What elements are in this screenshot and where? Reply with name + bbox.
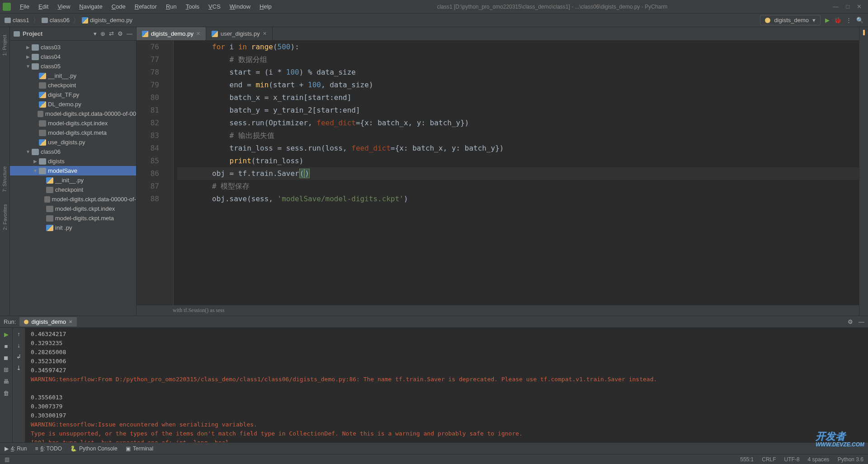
run-output[interactable]: 0.463242170.32932350.282650080.352310060…: [25, 328, 868, 442]
chevron-down-icon[interactable]: ▾: [94, 30, 97, 37]
run-tool-header: Run: digists_demo ✕ ⚙ —: [0, 316, 868, 328]
stop-button[interactable]: ■: [3, 342, 10, 350]
code-editor[interactable]: 76777879808182838485868788 for i in rang…: [137, 41, 859, 305]
run-bottom-tab[interactable]: ▶ 4: Run: [5, 445, 27, 452]
menu-refactor[interactable]: Refactor: [131, 1, 160, 12]
tree-item[interactable]: model-digits.ckpt.meta: [10, 128, 136, 137]
breadcrumb-item[interactable]: class06〉: [42, 16, 79, 24]
locate-icon[interactable]: ⊕: [100, 30, 105, 37]
chevron-down-icon: ▾: [812, 17, 816, 24]
indent-status[interactable]: 4 spaces: [808, 456, 830, 463]
tree-item[interactable]: DL_demo.py: [10, 99, 136, 109]
title-bar: FileEditViewNavigateCodeRefactorRunTools…: [0, 0, 868, 14]
tree-item[interactable]: model-digits.ckpt.meta: [10, 213, 136, 223]
run-tab[interactable]: digists_demo ✕: [19, 317, 77, 327]
project-panel-header: Project ▾ ⊕ ⇄ ⚙ —: [10, 27, 136, 41]
run-hide-icon[interactable]: —: [859, 318, 864, 325]
settings-icon[interactable]: ⚙: [118, 30, 123, 37]
editor-tabs: digists_demo.py✕user_digists.py✕: [137, 27, 859, 41]
tree-item[interactable]: model-digits.ckpt.data-00000-of-00: [10, 109, 136, 118]
navigation-bar: class1〉class06〉digists_demo.py digists_d…: [0, 14, 868, 27]
favorites-tool-tab[interactable]: 2: Favorites: [2, 204, 8, 230]
window-title: class1 [D:\python_pro_omo220315\class_de…: [275, 4, 829, 10]
tree-item[interactable]: ▶class03: [10, 43, 136, 52]
menu-navigate[interactable]: Navigate: [75, 1, 106, 12]
search-everywhere-button[interactable]: 🔍: [856, 17, 863, 24]
run-config-icon: [765, 18, 770, 23]
fold-gutter[interactable]: [168, 41, 174, 305]
context-breadcrumb: with tf.Session() as sess: [137, 305, 859, 316]
run-config-selector[interactable]: digists_demo ▾: [760, 15, 821, 25]
line-gutter: 76777879808182838485868788: [137, 41, 168, 305]
close-button[interactable]: ✕: [857, 3, 862, 10]
run-actions-bar: ▶ ■ ⏹ ⊞ 🖶 🗑: [0, 328, 13, 442]
collapse-icon[interactable]: ⇄: [109, 30, 114, 37]
tree-item[interactable]: model-digits.ckpt.data-00000-of-: [10, 194, 136, 204]
tree-item[interactable]: ▼class06: [10, 147, 136, 156]
editor-tab[interactable]: digists_demo.py✕: [137, 27, 206, 40]
more-actions-button[interactable]: ⋮: [846, 17, 852, 24]
scroll-up-icon[interactable]: ↑: [17, 331, 20, 337]
exit-button[interactable]: ⏹: [3, 354, 10, 361]
menu-run[interactable]: Run: [162, 1, 180, 12]
project-tree[interactable]: ▶class03▶class04▼class05__init__.pycheck…: [10, 41, 136, 316]
hide-icon[interactable]: —: [127, 30, 132, 37]
tree-item[interactable]: init .py: [10, 223, 136, 232]
close-icon[interactable]: ✕: [69, 319, 72, 324]
delete-button[interactable]: 🗑: [3, 389, 10, 397]
menu-edit[interactable]: Edit: [35, 1, 52, 12]
layout-button[interactable]: ⊞: [3, 366, 10, 373]
soft-wrap-icon[interactable]: ↲: [16, 353, 21, 360]
run-settings-icon[interactable]: ⚙: [848, 318, 853, 325]
project-panel: Project ▾ ⊕ ⇄ ⚙ — ▶class03▶class04▼class…: [10, 27, 137, 316]
line-separator[interactable]: CRLF: [762, 456, 776, 463]
tree-item[interactable]: use_digists.py: [10, 137, 136, 147]
breadcrumb: class1〉class06〉digists_demo.py: [5, 16, 132, 24]
interpreter-status[interactable]: Python 3.6: [838, 456, 863, 463]
print-button[interactable]: 🖶: [3, 378, 10, 385]
structure-tool-tab[interactable]: 7: Structure: [2, 166, 8, 192]
tree-item[interactable]: model-digits.ckpt.index: [10, 118, 136, 128]
menu-file[interactable]: File: [16, 1, 33, 12]
tree-item[interactable]: ▼modelSave: [10, 166, 136, 175]
maximize-button[interactable]: □: [846, 3, 849, 10]
tree-item[interactable]: checkpoint: [10, 80, 136, 90]
file-encoding[interactable]: UTF-8: [784, 456, 800, 463]
scroll-to-end-icon[interactable]: ⤓: [16, 365, 21, 371]
tree-item[interactable]: ▶digists: [10, 156, 136, 166]
menu-vcs[interactable]: VCS: [205, 1, 224, 12]
breadcrumb-item[interactable]: digists_demo.py: [82, 17, 132, 24]
breadcrumb-item[interactable]: class1〉: [5, 16, 39, 24]
app-logo-icon: [3, 3, 11, 11]
tree-item[interactable]: digist_TF.py: [10, 90, 136, 99]
caret-position[interactable]: 555:1: [740, 456, 754, 463]
tree-item[interactable]: ▶class04: [10, 52, 136, 62]
tree-item[interactable]: __init__.py: [10, 71, 136, 80]
menu-tools[interactable]: Tools: [182, 1, 203, 12]
menu-help[interactable]: Help: [256, 1, 275, 12]
error-stripe[interactable]: [859, 27, 868, 316]
run-tab-icon: [24, 320, 28, 324]
project-panel-title: Project: [23, 30, 92, 37]
tree-item[interactable]: checkpoint: [10, 185, 136, 194]
python-console-tab[interactable]: 🐍 Python Console: [70, 445, 118, 452]
project-tool-tab[interactable]: 1: Project: [2, 35, 8, 56]
menu-code[interactable]: Code: [108, 1, 129, 12]
tree-item[interactable]: __init__.py: [10, 175, 136, 185]
rerun-button[interactable]: ▶: [3, 331, 10, 338]
tree-item[interactable]: ▼class05: [10, 62, 136, 71]
terminal-tab[interactable]: ▣ Terminal: [126, 445, 153, 452]
editor-tab[interactable]: user_digists.py✕: [206, 27, 273, 40]
code-content[interactable]: for i in range(500): # 数据分组 start = (i *…: [174, 41, 859, 305]
menu-window[interactable]: Window: [226, 1, 254, 12]
scroll-down-icon[interactable]: ↓: [17, 342, 20, 349]
debug-button[interactable]: 🐞: [834, 17, 841, 24]
run-button[interactable]: ▶: [825, 17, 830, 24]
run-tab-label: digists_demo: [31, 318, 66, 325]
window-controls: — □ ✕: [829, 3, 865, 10]
menu-view[interactable]: View: [54, 1, 74, 12]
minimize-button[interactable]: —: [833, 3, 839, 10]
tree-item[interactable]: model-digits.ckpt.index: [10, 204, 136, 213]
status-icon[interactable]: ▥: [5, 456, 9, 463]
todo-bottom-tab[interactable]: ≡ 6: TODO: [35, 445, 62, 452]
